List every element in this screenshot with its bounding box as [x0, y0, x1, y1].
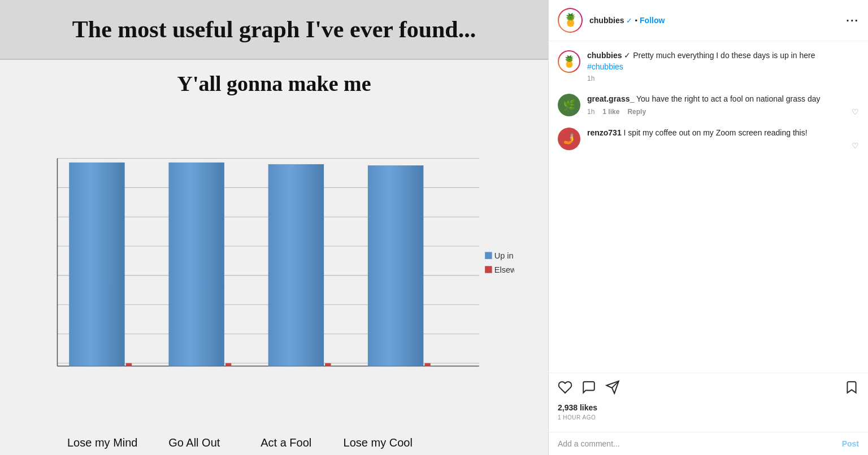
- post-header: 🍍 chubbies ✓ • Follow ···: [549, 0, 868, 41]
- legend-red-box: [485, 266, 492, 273]
- caption-body: chubbies ✓ Pretty much everything I do t…: [587, 50, 859, 82]
- comment-2-heart-icon[interactable]: ♡: [852, 141, 859, 150]
- bar-chart-svg: Up in Here Elsewhere: [34, 107, 514, 432]
- action-bar: 2,938 likes 1 HOUR AGO: [549, 373, 868, 432]
- caption-comment: 🍍 chubbies ✓ Pretty much everything I do…: [558, 50, 859, 82]
- post-time: 1 HOUR AGO: [558, 414, 859, 421]
- comment-2-username[interactable]: renzo731: [587, 128, 622, 137]
- comment-1-reply-button[interactable]: Reply: [627, 108, 646, 116]
- legend-up-in-here: Up in Here: [494, 251, 514, 260]
- caption-username[interactable]: chubbies: [587, 51, 622, 60]
- grass-avatar-icon: 🌿: [563, 99, 575, 111]
- top-title: The most useful graph I've ever found...: [23, 16, 526, 43]
- like-button[interactable]: [558, 380, 572, 399]
- comment-1-username[interactable]: great.grass_: [587, 94, 634, 103]
- bar-2-large: [168, 163, 224, 366]
- caption-avatar-icon: 🍍: [562, 55, 576, 68]
- comment-2-content: I spit my coffee out on my Zoom screen r…: [624, 128, 808, 137]
- follow-button[interactable]: Follow: [640, 16, 665, 25]
- share-button[interactable]: [605, 380, 620, 399]
- bar-3-small: [325, 363, 331, 366]
- bar-labels: Lose my Mind Go All Out Act a Fool Lose …: [34, 432, 514, 455]
- likes-count: 2,938 likes: [558, 403, 859, 412]
- chart-container: Up in Here Elsewhere Lose my Mind Go All…: [34, 107, 514, 455]
- comment-1-meta: 1h 1 like Reply ♡: [587, 107, 859, 116]
- bookmark-button[interactable]: [844, 380, 859, 399]
- header-info: chubbies ✓ • Follow: [589, 16, 846, 25]
- comment-button[interactable]: [581, 380, 596, 399]
- comment-2-avatar: 🤳: [558, 128, 580, 150]
- comment-1-text: great.grass_ You have the right to act a…: [587, 94, 859, 105]
- comments-section: 🍍 chubbies ✓ Pretty much everything I do…: [549, 41, 868, 373]
- header-username: chubbies: [589, 16, 624, 25]
- image-top-bar: The most useful graph I've ever found...: [0, 0, 548, 60]
- bar-1-large: [69, 163, 124, 366]
- caption-meta: 1h: [587, 75, 859, 82]
- comment-1-content: You have the right to act a fool on nati…: [636, 94, 821, 103]
- caption-avatar: 🍍: [558, 50, 580, 73]
- bar-label-4: Lose my Cool: [332, 436, 424, 449]
- legend-elsewhere: Elsewhere: [494, 265, 514, 274]
- bar-label-3: Act a Fool: [240, 436, 332, 449]
- more-options-button[interactable]: ···: [846, 14, 859, 27]
- action-icons-row: [558, 380, 859, 399]
- comment-1-heart-icon[interactable]: ♡: [852, 107, 859, 116]
- comment-2-meta: ♡: [587, 141, 859, 150]
- chart-svg-wrapper: Up in Here Elsewhere: [34, 107, 514, 432]
- comment-1: 🌿 great.grass_ You have the right to act…: [558, 94, 859, 116]
- caption-text: chubbies ✓ Pretty much everything I do t…: [587, 50, 859, 72]
- avatar-wrapper: 🍍: [558, 8, 583, 33]
- comment-1-likes: 1 like: [602, 108, 619, 116]
- dot-separator: •: [635, 16, 637, 25]
- bar-3-large: [268, 164, 324, 366]
- comment-2-body: renzo731 I spit my coffee out on my Zoom…: [587, 128, 859, 150]
- right-panel: 🍍 chubbies ✓ • Follow ··· 🍍 chubbies ✓ P…: [548, 0, 868, 455]
- bar-4-large: [368, 165, 423, 366]
- image-panel: The most useful graph I've ever found...…: [0, 0, 548, 455]
- legend-blue-box: [485, 252, 492, 259]
- bar-2-small: [225, 363, 231, 366]
- comment-1-body: great.grass_ You have the right to act a…: [587, 94, 859, 116]
- verified-badge: ✓: [626, 16, 632, 25]
- verified-small: ✓: [624, 51, 633, 60]
- avatar: 🍍: [559, 10, 581, 31]
- bar-label-2: Go All Out: [149, 436, 241, 449]
- add-comment-input[interactable]: [558, 439, 842, 448]
- add-comment-row: Post: [549, 432, 868, 455]
- comment-2: 🤳 renzo731 I spit my coffee out on my Zo…: [558, 128, 859, 150]
- comment-2-text: renzo731 I spit my coffee out on my Zoom…: [587, 128, 859, 139]
- bar-1-small: [126, 363, 132, 366]
- caption-time: 1h: [587, 75, 594, 82]
- caption-content: Pretty much everything I do these days i…: [633, 51, 815, 60]
- bar-4-small: [424, 363, 430, 366]
- renzo-avatar-icon: 🤳: [563, 133, 575, 145]
- comment-1-avatar: 🌿: [558, 94, 580, 116]
- bar-label-1: Lose my Mind: [57, 436, 149, 449]
- header-username-row: chubbies ✓ • Follow: [589, 16, 846, 25]
- comment-1-time: 1h: [587, 108, 594, 116]
- post-comment-button[interactable]: Post: [842, 439, 859, 448]
- chart-area: Y'all gonna make me: [0, 60, 548, 455]
- chart-title: Y'all gonna make me: [177, 71, 371, 96]
- caption-hashtag[interactable]: #chubbies: [587, 62, 623, 71]
